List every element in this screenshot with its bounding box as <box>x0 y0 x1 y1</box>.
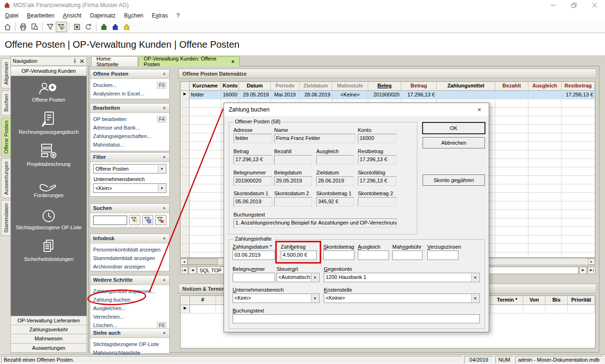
nav-item-label[interactable]: Sicherheitsleistungen <box>11 256 86 262</box>
table-cell[interactable] <box>562 159 595 167</box>
column-header-beleg[interactable]: Beleg <box>368 82 401 91</box>
nav-item-documents-icon[interactable] <box>11 239 86 253</box>
menu-item[interactable]: Datensatz <box>86 11 120 20</box>
table-cell[interactable] <box>190 184 221 193</box>
notes-cell[interactable] <box>491 305 523 313</box>
table-cell[interactable] <box>562 108 595 116</box>
table-cell[interactable]: 17.296,13 € <box>401 91 437 99</box>
table-cell[interactable] <box>190 150 221 159</box>
gegenkonto-select[interactable]: 1200 Hausbank 1 ▼ <box>324 273 480 282</box>
row-selector-cell[interactable] <box>181 252 190 258</box>
tab-home-startseite[interactable]: Home: Startseite <box>91 56 138 66</box>
table-cell[interactable]: Mai 2019 <box>271 91 300 99</box>
table-cell[interactable] <box>562 227 595 235</box>
table-cell[interactable] <box>495 176 528 184</box>
action-personenkontoblatt-anzeigen[interactable]: Personenkontoblatt anzeigen <box>93 245 166 254</box>
action-archivordner-anzeigen[interactable]: Archivordner anzeigen <box>93 262 166 271</box>
action-zahlungsmittel-anpassen-[interactable]: Zahlungsmittel anpassen... <box>93 287 166 295</box>
table-cell[interactable] <box>190 227 221 235</box>
filter-select[interactable]: Offene Posten▼ <box>93 164 166 173</box>
table-cell[interactable] <box>562 218 595 227</box>
chevron-down-icon[interactable]: ▼ <box>311 274 319 281</box>
chevron-down-icon[interactable]: ▼ <box>471 274 479 281</box>
table-cell[interactable] <box>190 210 221 218</box>
dialog-close-icon[interactable]: × <box>470 103 489 116</box>
row-selector-cell[interactable] <box>181 108 190 116</box>
collapse-icon[interactable]: ▲ <box>162 105 166 113</box>
table-cell[interactable] <box>190 201 221 210</box>
zi-belegnummer-input[interactable] <box>233 273 275 282</box>
collapse-icon[interactable]: ▲ <box>162 235 166 243</box>
table-cell[interactable] <box>562 142 595 150</box>
chevron-down-icon[interactable]: ▼ <box>311 295 319 302</box>
table-cell[interactable] <box>528 150 562 159</box>
table-cell[interactable] <box>495 210 528 218</box>
nav-item-clock-icon[interactable] <box>11 208 86 222</box>
table-cell[interactable]: 28.06.2019 <box>300 91 332 99</box>
notes-column-header-Priorität[interactable]: Priorität <box>568 296 595 305</box>
table-cell[interactable] <box>190 116 221 125</box>
mahngebuehr-input[interactable] <box>392 251 423 260</box>
column-header-kurzname[interactable]: Kurzname <box>190 82 221 91</box>
column-header-bezahlt[interactable]: Bezahlt <box>495 82 528 91</box>
collapse-icon[interactable]: ▲ <box>162 154 166 162</box>
action-stammdatenblatt-anzeigen[interactable]: Stammdatenblatt anzeigen <box>93 254 166 262</box>
next-record-button[interactable]: ► <box>579 267 587 274</box>
table-cell[interactable] <box>190 99 221 108</box>
table-cell[interactable] <box>528 99 562 108</box>
row-selector-cell[interactable] <box>181 201 190 210</box>
table-row-felder[interactable]: ▶felder1600029.05.2019Mai 201928.06.2019… <box>181 91 595 99</box>
group-header[interactable]: Bearbeiten▲ <box>90 104 169 113</box>
close-button[interactable] <box>584 0 605 10</box>
table-cell[interactable] <box>495 193 528 201</box>
notes-cell[interactable] <box>568 305 595 313</box>
row-selector-cell[interactable] <box>181 210 190 218</box>
table-cell[interactable] <box>190 125 221 133</box>
table-cell[interactable] <box>190 218 221 227</box>
table-cell[interactable] <box>528 244 562 252</box>
row-selector-cell[interactable] <box>181 167 190 176</box>
group-header[interactable]: Filter▲ <box>90 153 169 162</box>
module-yellow-button[interactable] <box>121 22 132 32</box>
search-filter-list-button[interactable] <box>142 215 154 225</box>
close-panel-icon[interactable] <box>79 59 85 64</box>
table-cell[interactable]: 201900020 <box>368 91 401 99</box>
group-header[interactable]: Weitere Schritte▲ <box>90 276 169 285</box>
chevron-down-icon[interactable]: ▼ <box>158 184 165 192</box>
filter-button[interactable] <box>44 22 56 32</box>
side-tab-auswertungen[interactable]: Auswertungen <box>1 158 10 198</box>
column-header-periode[interactable]: Periode <box>271 82 300 91</box>
table-cell[interactable] <box>190 142 221 150</box>
notes-column-header-Von[interactable]: Von <box>523 296 545 305</box>
row-selector-cell[interactable] <box>181 176 190 184</box>
scroll-right-icon[interactable]: ► <box>588 259 595 265</box>
notes-cell[interactable] <box>190 305 216 313</box>
table-cell[interactable] <box>190 244 221 252</box>
table-cell[interactable] <box>562 244 595 252</box>
nav-group-auswertungen[interactable]: Auswertungen <box>10 344 87 353</box>
excel-analyze-button[interactable] <box>71 22 83 32</box>
kostenstelle-select[interactable]: <Keine> ▼ <box>324 294 480 303</box>
column-header-konto[interactable]: Konto <box>221 82 239 91</box>
nav-group-op-verwaltung-lieferanten[interactable]: OP-Verwaltung Lieferanten <box>10 316 87 325</box>
table-cell[interactable] <box>562 125 595 133</box>
tab-close-icon[interactable]: × <box>232 59 234 64</box>
nav-group-mahnwesen[interactable]: Mahnwesen <box>10 334 87 344</box>
notes-column-header-Termin *[interactable]: Termin * <box>491 296 523 305</box>
menu-item[interactable]: Ansicht <box>59 11 86 20</box>
collapse-icon[interactable]: ▲ <box>162 277 166 285</box>
chevron-down-icon[interactable]: ▼ <box>471 295 479 302</box>
cancel-button[interactable]: Abbrechen <box>423 137 485 148</box>
table-cell[interactable] <box>562 116 595 125</box>
action-zahlungseigenschaften-[interactable]: Zahlungseigenschaften... <box>93 132 166 140</box>
table-cell[interactable] <box>528 201 562 210</box>
table-cell[interactable] <box>528 167 562 176</box>
table-cell[interactable] <box>528 252 562 258</box>
table-cell[interactable] <box>495 167 528 176</box>
row-selector-cell[interactable] <box>181 159 190 167</box>
action-drucken-[interactable]: Drucken...F9 <box>93 81 166 89</box>
row-selector-cell[interactable] <box>181 193 190 201</box>
print-preview-button[interactable] <box>29 22 40 32</box>
table-cell[interactable] <box>528 116 562 125</box>
menu-item[interactable]: Bearbeiten <box>23 11 59 20</box>
